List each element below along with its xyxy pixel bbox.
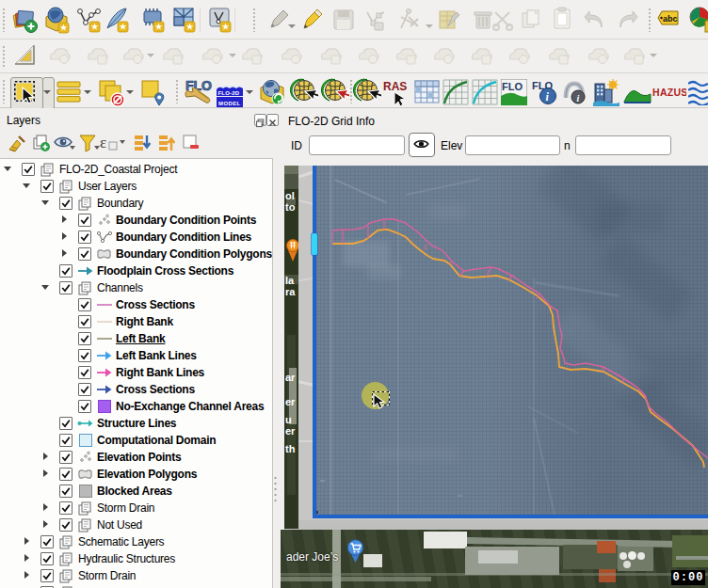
- svg-text:FLO: FLO: [502, 81, 523, 92]
- svg-text:abc: abc: [663, 14, 678, 24]
- svg-text:HAZUS: HAZUS: [652, 87, 686, 98]
- svg-text:RAS: RAS: [383, 80, 407, 93]
- svg-text:FLO-2D: FLO-2D: [218, 90, 240, 96]
- svg-text:ε: ε: [100, 134, 106, 151]
- svg-text:i: i: [577, 93, 580, 103]
- svg-text:MODEL: MODEL: [218, 101, 241, 106]
